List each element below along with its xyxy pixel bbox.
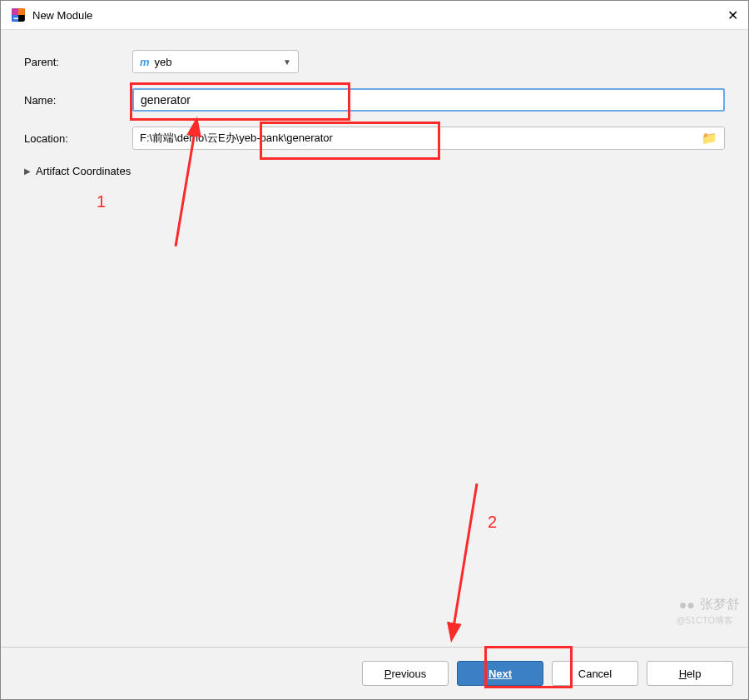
- intellij-icon: [11, 7, 26, 22]
- svg-rect-2: [18, 8, 25, 15]
- close-icon[interactable]: ✕: [727, 7, 738, 23]
- wechat-icon: ●●: [679, 598, 695, 613]
- watermark: ●● 张梦舒: [679, 596, 740, 613]
- svg-rect-1: [12, 8, 18, 15]
- window-title: New Module: [32, 9, 92, 22]
- annotation-arrow-1: [1, 30, 749, 696]
- svg-rect-4: [13, 17, 18, 19]
- titlebar-left: New Module: [11, 7, 92, 22]
- dialog-body: Parent: m yeb ▼ Name: Location: F:\前端\de…: [1, 30, 748, 647]
- svg-line-6: [452, 484, 477, 638]
- dialog-window: New Module ✕ Parent: m yeb ▼ Name: Locat…: [0, 0, 749, 700]
- titlebar: New Module ✕: [1, 1, 748, 30]
- svg-line-5: [176, 122, 196, 246]
- watermark-name: 张梦舒: [700, 596, 740, 613]
- watermark-sub: @51CTO博客: [677, 614, 733, 627]
